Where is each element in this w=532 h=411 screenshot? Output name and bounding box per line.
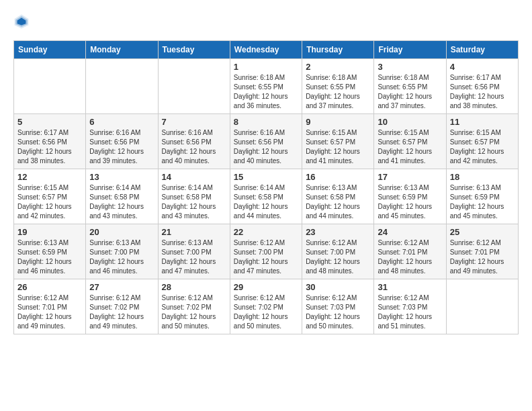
calendar-cell: 25Sunrise: 6:12 AM Sunset: 7:01 PM Dayli…: [446, 224, 518, 279]
calendar-week-2: 5Sunrise: 6:17 AM Sunset: 6:56 PM Daylig…: [14, 114, 519, 169]
calendar-cell: 4Sunrise: 6:17 AM Sunset: 6:56 PM Daylig…: [446, 59, 518, 114]
day-info: Sunrise: 6:18 AM Sunset: 6:55 PM Dayligh…: [306, 73, 370, 111]
day-info: Sunrise: 6:12 AM Sunset: 7:02 PM Dayligh…: [234, 293, 298, 331]
weekday-header-saturday: Saturday: [446, 41, 518, 59]
day-info: Sunrise: 6:18 AM Sunset: 6:55 PM Dayligh…: [234, 73, 298, 111]
day-info: Sunrise: 6:16 AM Sunset: 6:56 PM Dayligh…: [162, 128, 226, 166]
day-number: 23: [306, 227, 370, 237]
calendar-cell: 5Sunrise: 6:17 AM Sunset: 6:56 PM Daylig…: [14, 114, 86, 169]
day-info: Sunrise: 6:12 AM Sunset: 7:01 PM Dayligh…: [17, 293, 82, 331]
day-info: Sunrise: 6:13 AM Sunset: 7:00 PM Dayligh…: [162, 238, 226, 276]
day-info: Sunrise: 6:16 AM Sunset: 6:56 PM Dayligh…: [89, 128, 154, 166]
day-info: Sunrise: 6:15 AM Sunset: 6:57 PM Dayligh…: [450, 128, 515, 166]
day-number: 7: [162, 117, 226, 127]
day-info: Sunrise: 6:12 AM Sunset: 7:02 PM Dayligh…: [162, 293, 226, 331]
day-info: Sunrise: 6:12 AM Sunset: 7:00 PM Dayligh…: [306, 238, 370, 276]
day-number: 30: [306, 282, 370, 292]
calendar-cell: 7Sunrise: 6:16 AM Sunset: 6:56 PM Daylig…: [158, 114, 230, 169]
weekday-header-wednesday: Wednesday: [230, 41, 302, 59]
day-number: 14: [162, 172, 226, 182]
day-info: Sunrise: 6:13 AM Sunset: 6:59 PM Dayligh…: [378, 183, 442, 221]
calendar-cell: 23Sunrise: 6:12 AM Sunset: 7:00 PM Dayli…: [302, 224, 374, 279]
day-number: 25: [450, 227, 515, 237]
day-info: Sunrise: 6:13 AM Sunset: 7:00 PM Dayligh…: [89, 238, 154, 276]
calendar-cell: 20Sunrise: 6:13 AM Sunset: 7:00 PM Dayli…: [86, 224, 158, 279]
calendar-cell: [86, 59, 158, 114]
day-number: 10: [378, 117, 442, 127]
calendar-week-4: 19Sunrise: 6:13 AM Sunset: 6:59 PM Dayli…: [14, 224, 519, 279]
day-info: Sunrise: 6:16 AM Sunset: 6:56 PM Dayligh…: [234, 128, 298, 166]
day-number: 21: [162, 227, 226, 237]
day-info: Sunrise: 6:15 AM Sunset: 6:57 PM Dayligh…: [378, 128, 442, 166]
day-info: Sunrise: 6:14 AM Sunset: 6:58 PM Dayligh…: [89, 183, 154, 221]
weekday-header-monday: Monday: [86, 41, 158, 59]
weekday-header-row: SundayMondayTuesdayWednesdayThursdayFrid…: [14, 41, 519, 59]
logo-icon: [13, 13, 30, 30]
day-number: 27: [89, 282, 154, 292]
calendar-cell: 12Sunrise: 6:15 AM Sunset: 6:57 PM Dayli…: [14, 169, 86, 224]
day-number: 9: [306, 117, 370, 127]
day-info: Sunrise: 6:15 AM Sunset: 6:57 PM Dayligh…: [306, 128, 370, 166]
day-number: 31: [378, 282, 442, 292]
calendar-week-3: 12Sunrise: 6:15 AM Sunset: 6:57 PM Dayli…: [14, 169, 519, 224]
day-number: 11: [450, 117, 515, 127]
calendar-cell: 27Sunrise: 6:12 AM Sunset: 7:02 PM Dayli…: [86, 279, 158, 334]
calendar-cell: 18Sunrise: 6:13 AM Sunset: 6:59 PM Dayli…: [446, 169, 518, 224]
day-info: Sunrise: 6:13 AM Sunset: 6:58 PM Dayligh…: [306, 183, 370, 221]
day-number: 19: [17, 227, 82, 237]
weekday-header-sunday: Sunday: [14, 41, 86, 59]
day-info: Sunrise: 6:12 AM Sunset: 7:03 PM Dayligh…: [378, 293, 442, 331]
day-number: 13: [89, 172, 154, 182]
calendar-cell: [14, 59, 86, 114]
day-number: 5: [17, 117, 82, 127]
calendar-cell: 11Sunrise: 6:15 AM Sunset: 6:57 PM Dayli…: [446, 114, 518, 169]
calendar-cell: 15Sunrise: 6:14 AM Sunset: 6:58 PM Dayli…: [230, 169, 302, 224]
logo: [13, 13, 32, 30]
day-number: 15: [234, 172, 298, 182]
day-number: 28: [162, 282, 226, 292]
calendar-cell: [446, 279, 518, 334]
day-info: Sunrise: 6:12 AM Sunset: 7:03 PM Dayligh…: [306, 293, 370, 331]
calendar-cell: 26Sunrise: 6:12 AM Sunset: 7:01 PM Dayli…: [14, 279, 86, 334]
day-number: 17: [378, 172, 442, 182]
day-info: Sunrise: 6:12 AM Sunset: 7:00 PM Dayligh…: [234, 238, 298, 276]
calendar-cell: 10Sunrise: 6:15 AM Sunset: 6:57 PM Dayli…: [374, 114, 446, 169]
day-number: 3: [378, 62, 442, 72]
day-info: Sunrise: 6:17 AM Sunset: 6:56 PM Dayligh…: [450, 73, 515, 111]
day-info: Sunrise: 6:14 AM Sunset: 6:58 PM Dayligh…: [162, 183, 226, 221]
day-info: Sunrise: 6:12 AM Sunset: 7:02 PM Dayligh…: [89, 293, 154, 331]
calendar-cell: 21Sunrise: 6:13 AM Sunset: 7:00 PM Dayli…: [158, 224, 230, 279]
day-number: 2: [306, 62, 370, 72]
day-number: 24: [378, 227, 442, 237]
day-number: 26: [17, 282, 82, 292]
calendar-cell: 9Sunrise: 6:15 AM Sunset: 6:57 PM Daylig…: [302, 114, 374, 169]
calendar-cell: 28Sunrise: 6:12 AM Sunset: 7:02 PM Dayli…: [158, 279, 230, 334]
calendar-cell: 31Sunrise: 6:12 AM Sunset: 7:03 PM Dayli…: [374, 279, 446, 334]
day-number: 4: [450, 62, 515, 72]
calendar-cell: 14Sunrise: 6:14 AM Sunset: 6:58 PM Dayli…: [158, 169, 230, 224]
day-info: Sunrise: 6:12 AM Sunset: 7:01 PM Dayligh…: [450, 238, 515, 276]
calendar-cell: 19Sunrise: 6:13 AM Sunset: 6:59 PM Dayli…: [14, 224, 86, 279]
calendar-cell: [158, 59, 230, 114]
day-info: Sunrise: 6:13 AM Sunset: 6:59 PM Dayligh…: [17, 238, 82, 276]
weekday-header-thursday: Thursday: [302, 41, 374, 59]
day-number: 8: [234, 117, 298, 127]
day-info: Sunrise: 6:18 AM Sunset: 6:55 PM Dayligh…: [378, 73, 442, 111]
calendar-cell: 2Sunrise: 6:18 AM Sunset: 6:55 PM Daylig…: [302, 59, 374, 114]
calendar-cell: 13Sunrise: 6:14 AM Sunset: 6:58 PM Dayli…: [86, 169, 158, 224]
calendar-week-5: 26Sunrise: 6:12 AM Sunset: 7:01 PM Dayli…: [14, 279, 519, 334]
calendar-cell: 29Sunrise: 6:12 AM Sunset: 7:02 PM Dayli…: [230, 279, 302, 334]
day-number: 22: [234, 227, 298, 237]
calendar-cell: 24Sunrise: 6:12 AM Sunset: 7:01 PM Dayli…: [374, 224, 446, 279]
calendar-cell: 3Sunrise: 6:18 AM Sunset: 6:55 PM Daylig…: [374, 59, 446, 114]
calendar-cell: 1Sunrise: 6:18 AM Sunset: 6:55 PM Daylig…: [230, 59, 302, 114]
day-info: Sunrise: 6:15 AM Sunset: 6:57 PM Dayligh…: [17, 183, 82, 221]
calendar-cell: 22Sunrise: 6:12 AM Sunset: 7:00 PM Dayli…: [230, 224, 302, 279]
day-number: 16: [306, 172, 370, 182]
day-number: 18: [450, 172, 515, 182]
day-number: 12: [17, 172, 82, 182]
calendar-cell: 30Sunrise: 6:12 AM Sunset: 7:03 PM Dayli…: [302, 279, 374, 334]
day-info: Sunrise: 6:14 AM Sunset: 6:58 PM Dayligh…: [234, 183, 298, 221]
calendar-week-1: 1Sunrise: 6:18 AM Sunset: 6:55 PM Daylig…: [14, 59, 519, 114]
calendar-cell: 16Sunrise: 6:13 AM Sunset: 6:58 PM Dayli…: [302, 169, 374, 224]
